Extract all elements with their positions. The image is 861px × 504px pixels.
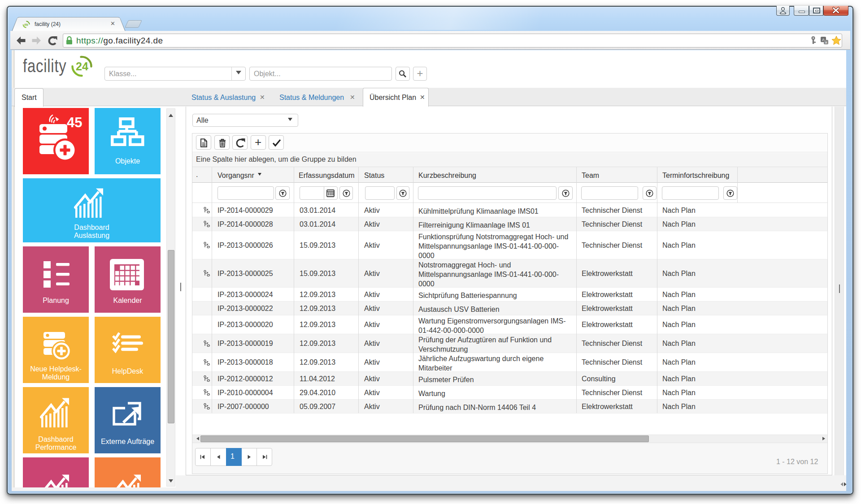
svg-text:m: m bbox=[24, 22, 28, 27]
svg-text:24: 24 bbox=[76, 60, 88, 73]
svg-text:a: a bbox=[825, 40, 827, 44]
